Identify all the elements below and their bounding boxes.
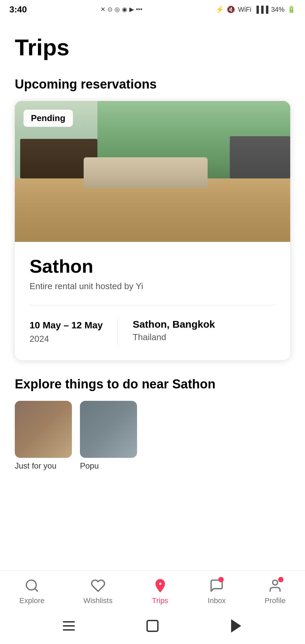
inbox-label: Inbox [208,596,226,605]
nav-item-inbox[interactable]: Inbox [208,577,226,605]
page-title: Trips [15,34,290,60]
card-details: 10 May – 12 May 2024 Sathon, Bangkok Tha… [30,319,275,345]
inbox-icon [208,577,225,594]
wishlists-label: Wishlists [83,596,113,605]
sys-nav-menu-btn[interactable] [59,616,79,636]
status-time: 3:40 [9,4,27,15]
sofa [84,157,208,188]
system-nav [0,611,305,644]
back-chevron-icon [231,619,241,633]
instagram-icon: ⊙ [107,6,113,13]
main-content: Trips Upcoming reservations Pending Sath… [0,17,305,541]
card-location: Sathon, Bangkok Thailand [133,319,275,342]
notification-icon: ✕ [100,6,105,13]
sys-nav-back-btn[interactable] [226,616,246,636]
pending-badge: Pending [24,110,73,127]
trips-label: Trips [152,596,168,605]
card-image: Pending [15,101,290,242]
wifi-icon: WiFi [238,6,251,13]
explore-label-2: Popu [80,461,137,471]
status-right: ⚡ 🔇 WiFi ▐▐▐ 34% 🔋 [216,5,296,13]
upcoming-section-title: Upcoming reservations [15,77,290,92]
bottom-wrapper: Explore Wishlists Trips [0,571,305,644]
location-city: Sathon, Bangkok [133,319,275,330]
listing-name: Sathon [30,255,275,277]
explore-thumb-1 [15,401,72,458]
menu-lines-icon [63,621,75,631]
nav-item-wishlists[interactable]: Wishlists [83,577,113,605]
battery-icon: 🔋 [287,5,296,13]
card-divider [30,305,275,305]
nav-item-profile[interactable]: Profile [265,577,286,605]
wishlists-icon [89,577,107,594]
explore-label: Explore [19,596,45,605]
battery-label: 34% [271,6,285,13]
explore-section-title: Explore things to do near Sathon [15,377,290,391]
location-country: Thailand [133,332,275,342]
profile-icon [266,577,284,594]
profile-notification-dot [278,577,284,582]
status-bar: 3:40 ✕ ⊙ ◎ ◉ ▶ ••• ⚡ 🔇 WiFi ▐▐▐ 34% 🔋 [0,0,305,17]
signal-icon: ▐▐▐ [254,6,268,13]
video-icon: ▶ [129,6,134,13]
profile-label: Profile [265,596,286,605]
sys-nav-home-btn[interactable] [142,616,163,636]
dates-year: 2024 [30,334,103,344]
vertical-divider [118,319,118,345]
explore-label-1: Just for you [15,461,72,471]
card-dates: 10 May – 12 May 2024 [30,319,118,344]
card-body: Sathon Entire rental unit hosted by Yi 1… [15,242,290,360]
instagram2-icon: ◎ [115,6,120,13]
svg-point-2 [273,580,278,585]
app-nav: Explore Wishlists Trips [0,571,305,611]
chrome-icon: ◉ [122,6,127,13]
trips-icon [151,577,169,594]
listing-subtitle: Entire rental unit hosted by Yi [30,281,275,291]
home-square-icon [146,620,159,632]
explore-items: Just for you Popu [15,401,290,471]
explore-thumb-2 [80,401,137,458]
explore-icon [23,577,41,594]
nav-item-explore[interactable]: Explore [19,577,45,605]
dates-range: 10 May – 12 May [30,319,103,332]
inbox-notification-dot [218,577,224,582]
status-icons: ✕ ⊙ ◎ ◉ ▶ ••• [100,6,142,13]
bluetooth-icon: ⚡ [216,5,224,13]
kitchen [230,136,290,178]
more-icon: ••• [136,6,142,13]
svg-line-1 [35,589,38,591]
explore-item-1[interactable]: Just for you [15,401,72,471]
mute-icon: 🔇 [227,5,235,13]
reservation-card[interactable]: Pending Sathon Entire rental unit hosted… [15,101,290,360]
explore-item-2[interactable]: Popu [80,401,137,471]
nav-item-trips[interactable]: Trips [151,577,169,605]
explore-section: Explore things to do near Sathon Just fo… [15,377,290,471]
